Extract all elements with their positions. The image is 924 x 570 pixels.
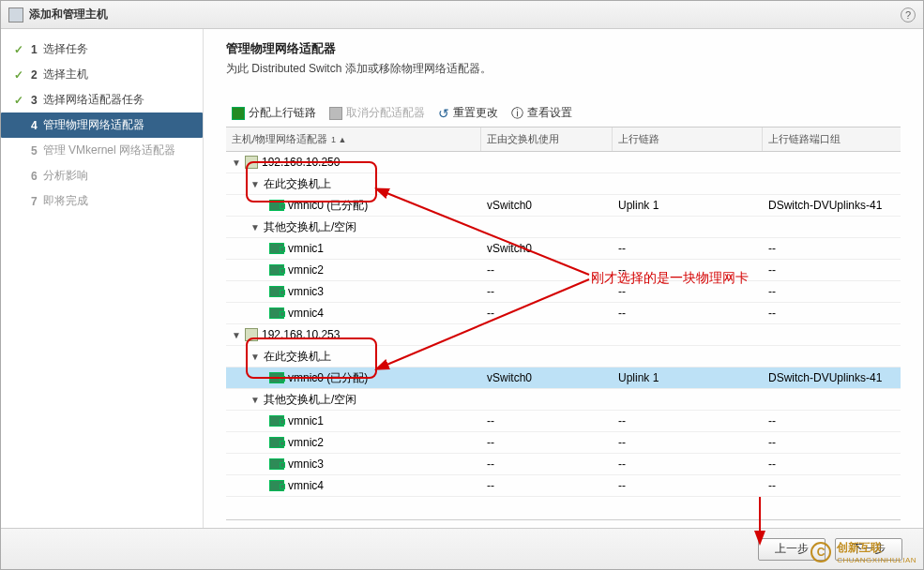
step-5: ✓ 5 管理 VMkernel 网络适配器 (1, 138, 203, 163)
step-7: ✓ 7 即将完成 (1, 188, 203, 214)
nic-row[interactable]: vmnic1 vSwitch0 -- -- (226, 238, 901, 260)
check-icon: ✓ (14, 94, 27, 107)
nic-icon (269, 480, 284, 491)
nic-row[interactable]: vmnic2 -- -- -- (226, 260, 901, 281)
group-idle[interactable]: ▼其他交换机上/空闲 (226, 389, 901, 411)
view-settings-button[interactable]: ⓘ 查看设置 (511, 105, 572, 121)
app-icon (8, 8, 23, 22)
page-title: 管理物理网络适配器 (226, 40, 901, 57)
step-2[interactable]: ✓ 2 选择主机 (1, 62, 203, 87)
info-icon: ⓘ (511, 107, 523, 120)
sort-indicator: 1 ▲ (331, 135, 346, 144)
dialog-title: 添加和管理主机 (29, 7, 108, 22)
step-3[interactable]: ✓ 3 选择网络适配器任务 (1, 87, 203, 112)
nic-icon (269, 415, 284, 427)
host-row[interactable]: ▼192.168.10.250 (226, 152, 901, 173)
nic-icon (269, 200, 284, 211)
nic-icon (269, 308, 284, 319)
back-button[interactable]: 上一步 (758, 538, 826, 561)
host-row[interactable]: ▼192.168.10.253 (226, 324, 901, 346)
assign-icon (232, 107, 245, 120)
step-6: ✓ 6 分析影响 (1, 163, 203, 188)
nic-row[interactable]: vmnic4 -- -- -- (226, 475, 901, 497)
page-subtitle: 为此 Distributed Switch 添加或移除物理网络适配器。 (226, 61, 901, 77)
unassign-adapter-button: 取消分配适配器 (329, 105, 425, 121)
host-icon (245, 328, 258, 341)
col-host-adapter[interactable]: 主机/物理网络适配器 1 ▲ (226, 128, 481, 151)
nic-icon (269, 286, 284, 297)
wizard-footer: 上一步 下一步 (1, 528, 923, 569)
check-icon: ✓ (14, 68, 27, 82)
next-button[interactable]: 下一步 (835, 538, 902, 561)
nic-icon (269, 372, 284, 383)
twisty-icon[interactable]: ▼ (250, 395, 260, 405)
adapter-tree[interactable]: ▼192.168.10.250 ▼在此交换机上 vmnic0 (已分配) vSw… (226, 152, 901, 520)
nic-row[interactable]: vmnic1 -- -- -- (226, 411, 901, 432)
reset-icon: ↺ (438, 107, 449, 120)
titlebar: 添加和管理主机 ? (1, 1, 923, 29)
col-used-by-switch[interactable]: 正由交换机使用 (481, 128, 613, 151)
twisty-icon[interactable]: ▼ (250, 222, 260, 232)
step-4[interactable]: ✓ 4 管理物理网络适配器 (1, 112, 203, 138)
nic-row[interactable]: vmnic3 -- -- -- (226, 454, 901, 475)
nic-row[interactable]: vmnic0 (已分配) vSwitch0 Uplink 1 DSwitch-D… (226, 368, 901, 389)
col-uplink-portgroup[interactable]: 上行链路端口组 (763, 128, 901, 151)
twisty-icon[interactable]: ▼ (232, 330, 241, 340)
step-1[interactable]: ✓ 1 选择任务 (1, 37, 203, 62)
wizard-steps: ✓ 1 选择任务 ✓ 2 选择主机 ✓ 3 选择网络适配器任务 ✓ 4 管理物理… (1, 29, 204, 528)
help-icon[interactable]: ? (901, 8, 916, 22)
table-header: 主机/物理网络适配器 1 ▲ 正由交换机使用 上行链路 上行链路端口组 (226, 128, 901, 152)
twisty-icon[interactable]: ▼ (232, 158, 241, 168)
nic-row[interactable]: vmnic2 -- -- -- (226, 432, 901, 454)
host-icon (245, 156, 258, 169)
twisty-icon[interactable]: ▼ (250, 352, 260, 362)
nic-icon (269, 437, 284, 448)
reset-changes-button[interactable]: ↺ 重置更改 (438, 105, 498, 121)
check-icon: ✓ (14, 43, 27, 56)
nic-icon (269, 458, 284, 470)
nic-row[interactable]: vmnic0 (已分配) vSwitch0 Uplink 1 DSwitch-D… (226, 195, 901, 217)
unassign-icon (329, 107, 342, 120)
nic-icon (269, 243, 284, 254)
nic-row[interactable]: vmnic3 -- -- -- (226, 281, 901, 303)
group-idle[interactable]: ▼其他交换机上/空闲 (226, 217, 901, 238)
twisty-icon[interactable]: ▼ (250, 179, 260, 189)
nic-row[interactable]: vmnic4 -- -- -- (226, 303, 901, 324)
nic-icon (269, 264, 284, 276)
col-uplink[interactable]: 上行链路 (613, 128, 763, 151)
toolbar: 分配上行链路 取消分配适配器 ↺ 重置更改 ⓘ 查看设置 (226, 101, 901, 128)
group-on-switch[interactable]: ▼在此交换机上 (226, 173, 901, 195)
group-on-switch[interactable]: ▼在此交换机上 (226, 346, 901, 368)
assign-uplink-button[interactable]: 分配上行链路 (232, 105, 316, 121)
